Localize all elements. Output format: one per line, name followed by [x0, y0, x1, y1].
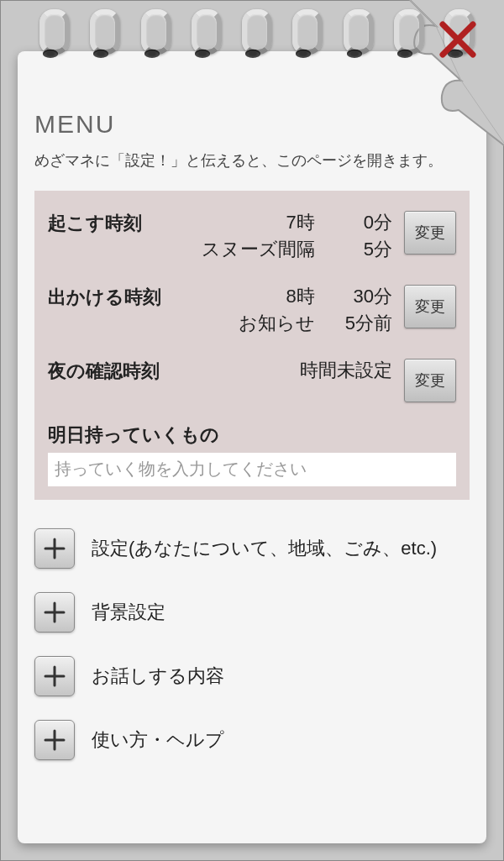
night-change-button[interactable]: 変更 [404, 359, 456, 402]
menu-item-label: 背景設定 [92, 600, 165, 625]
notify-value: 5分前 [325, 310, 392, 337]
plus-icon [34, 528, 75, 569]
close-button[interactable] [436, 18, 480, 61]
wake-time-values: 7時 0分 スヌーズ間隔 5分 [182, 209, 404, 263]
app-background: MENU めざマネに「設定！」と伝えると、このページを開きます。 起こす時刻 7… [0, 0, 504, 861]
notepad-card: MENU めざマネに「設定！」と伝えると、このページを開きます。 起こす時刻 7… [18, 51, 486, 843]
menu-item-background[interactable]: 背景設定 [34, 592, 470, 633]
bring-label: 明日持っていくもの [48, 423, 456, 448]
snooze-value: 5分 [325, 236, 392, 263]
spiral-binding [34, 9, 470, 64]
menu-item-settings[interactable]: 設定(あなたについて、地域、ごみ、etc.) [34, 528, 470, 569]
menu-item-label: 使い方・ヘルプ [92, 727, 224, 753]
wake-min: 0分 [325, 209, 392, 236]
menu-item-help[interactable]: 使い方・ヘルプ [34, 720, 470, 760]
page-title: MENU [34, 110, 470, 139]
snooze-label: スヌーズ間隔 [202, 239, 315, 260]
menu-item-talk[interactable]: お話しする内容 [34, 656, 470, 696]
wake-change-button[interactable]: 変更 [404, 211, 456, 255]
leave-time-values: 8時 30分 お知らせ 5分前 [182, 283, 404, 337]
menu-item-label: 設定(あなたについて、地域、ごみ、etc.) [92, 536, 437, 561]
settings-panel: 起こす時刻 7時 0分 スヌーズ間隔 5分 変更 出かける時刻 8時 30分 [34, 191, 470, 500]
wake-time-row: 起こす時刻 7時 0分 スヌーズ間隔 5分 変更 [48, 209, 456, 263]
plus-icon [34, 656, 75, 696]
bring-input[interactable] [48, 453, 456, 486]
plus-icon [34, 720, 75, 760]
leave-time-label: 出かける時刻 [48, 283, 182, 310]
night-check-label: 夜の確認時刻 [48, 357, 182, 384]
notify-label: お知らせ [239, 312, 315, 333]
page-subtitle: めざマネに「設定！」と伝えると、このページを開きます。 [34, 150, 470, 171]
plus-icon [34, 592, 75, 633]
leave-change-button[interactable]: 変更 [404, 285, 456, 328]
leave-time-row: 出かける時刻 8時 30分 お知らせ 5分前 変更 [48, 283, 456, 337]
wake-hour: 7時 [248, 209, 315, 236]
bring-section: 明日持っていくもの [48, 423, 456, 486]
menu-expand-list: 設定(あなたについて、地域、ごみ、etc.) 背景設定 お話しする内容 使い方・… [34, 528, 470, 760]
night-check-values: 時間未設定 [182, 357, 404, 384]
leave-hour: 8時 [248, 283, 315, 310]
wake-time-label: 起こす時刻 [48, 209, 182, 236]
night-value: 時間未設定 [300, 360, 392, 381]
leave-min: 30分 [325, 283, 392, 310]
menu-item-label: お話しする内容 [92, 664, 224, 689]
night-check-row: 夜の確認時刻 時間未設定 変更 [48, 357, 456, 402]
